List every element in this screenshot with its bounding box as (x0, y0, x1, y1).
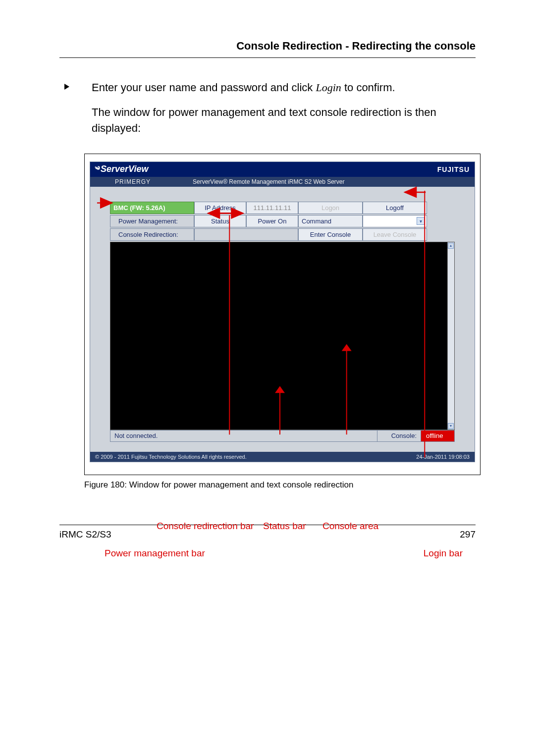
serverview-logo: ༄ServerView (95, 164, 148, 174)
status-message: Not connected. (110, 431, 377, 441)
control-panel: BMC (FW: 5.26A) IP Address 111.11.11.11 … (110, 202, 455, 442)
window-body: BMC (FW: 5.26A) IP Address 111.11.11.11 … (90, 187, 475, 452)
console-redirection-label: Console Redirection: (110, 228, 194, 241)
scroll-down-icon[interactable]: ▾ (448, 423, 454, 429)
window-footer: © 2009 - 2011 Fujitsu Technology Solutio… (90, 452, 475, 462)
window-titlebar: ༄ServerView FUJITSU (90, 162, 475, 177)
figure-caption: Figure 180: Window for power management … (84, 480, 476, 490)
chevron-down-icon: ▾ (417, 217, 425, 225)
console-area: ▴ ▾ (110, 242, 455, 430)
bmc-label: BMC (FW: 5.26A) (110, 202, 194, 214)
leave-console-button[interactable]: Leave Console (363, 228, 427, 241)
ip-address-label: IP Address (194, 202, 246, 214)
bullet-text: Enter your user name and password and cl… (92, 80, 395, 96)
bullet-login-italic: Login (316, 81, 341, 94)
swirl-icon: ༄ (95, 164, 100, 174)
status-label: Status (194, 215, 246, 227)
body-paragraph: The window for power management and text… (92, 105, 476, 136)
anno-console-redirection-bar: Console redirection bar (157, 521, 254, 532)
anno-power-mgmt-bar: Power management bar (105, 548, 205, 559)
page-header-title: Console Redirection - Redirecting the co… (59, 40, 476, 53)
command-label: Command (298, 215, 363, 227)
logoff-button[interactable]: Logoff (363, 202, 427, 214)
status-bar-row: Not connected. Console: offline (110, 430, 455, 442)
ip-address-value: 111.11.11.11 (246, 202, 298, 214)
bullet-triangle-icon (64, 84, 69, 90)
fujitsu-brand: FUJITSU (437, 165, 470, 173)
subheader-bar: PRIMERGY ServerView® Remote Management i… (90, 177, 475, 187)
footer-copyright: © 2009 - 2011 Fujitsu Technology Solutio… (95, 454, 247, 460)
footer-timestamp: 24-Jan-2011 19:08:03 (416, 454, 470, 460)
power-management-bar-row: Power Management: Status Power On Comman… (110, 215, 455, 227)
anno-console-area: Console area (322, 521, 378, 532)
figure-box: ༄ServerView FUJITSU PRIMERGY ServerView®… (84, 154, 481, 475)
status-console-value: offline (421, 431, 454, 441)
anno-login-bar: Login bar (424, 548, 463, 559)
logon-button[interactable]: Logon (298, 202, 363, 214)
command-dropdown[interactable]: ▾ (363, 215, 427, 227)
bullet-pre: Enter your user name and password and cl… (92, 81, 316, 94)
page: Console Redirection - Redirecting the co… (0, 0, 535, 560)
status-value: Power On (246, 215, 298, 227)
cr-spacer (194, 228, 298, 241)
subheader-left: PRIMERGY (115, 178, 151, 185)
login-bar-row: BMC (FW: 5.26A) IP Address 111.11.11.11 … (110, 202, 455, 214)
serverview-logo-text: ServerView (101, 164, 148, 174)
page-header-rule: Console Redirection - Redirecting the co… (59, 40, 476, 58)
anno-status-bar: Status bar (263, 521, 306, 532)
console-scrollbar[interactable]: ▴ ▾ (447, 242, 454, 430)
page-footer-left: iRMC S2/S3 (59, 529, 111, 540)
console-redirection-bar-row: Console Redirection: Enter Console Leave… (110, 228, 455, 241)
status-console-label: Console: (377, 431, 421, 441)
console-main[interactable] (110, 242, 447, 430)
serverview-window: ༄ServerView FUJITSU PRIMERGY ServerView®… (90, 162, 475, 462)
bullet-row: Enter your user name and password and cl… (64, 80, 476, 96)
bullet-post: to confirm. (341, 81, 395, 94)
scroll-up-icon[interactable]: ▴ (448, 243, 454, 249)
subheader-right: ServerView® Remote Management iRMC S2 We… (193, 178, 345, 185)
enter-console-button[interactable]: Enter Console (298, 228, 363, 241)
power-mgmt-label: Power Management: (110, 215, 194, 227)
page-footer-right: 297 (460, 529, 476, 540)
